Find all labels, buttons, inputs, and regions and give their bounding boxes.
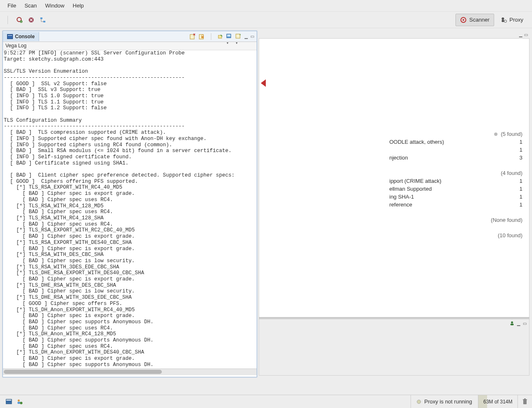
menu-window[interactable]: Window xyxy=(41,1,69,10)
finding-row[interactable]: ellman Supported1 xyxy=(389,185,522,193)
clear-console-icon[interactable] xyxy=(189,33,196,40)
bottom-right-panel: ▁ ▭ xyxy=(259,319,530,376)
perspective-scanner-button[interactable]: Scanner xyxy=(455,14,494,26)
perspective-proxy-label: Proxy xyxy=(510,17,523,23)
main-area: Console ▾ +▾ ▁ ▭ Vega Log 9:52:27 PM [IN… xyxy=(0,28,532,378)
svg-rect-30 xyxy=(17,402,20,404)
proxy-status-text: Proxy is not running xyxy=(424,398,472,405)
open-console-dropdown[interactable]: +▾ xyxy=(235,33,242,40)
svg-point-31 xyxy=(20,402,22,404)
svg-point-29 xyxy=(18,399,20,401)
svg-rect-32 xyxy=(523,400,527,404)
toolbar-separator xyxy=(211,33,211,40)
globe-person-icon xyxy=(500,17,507,23)
status-bar: Proxy is not running 63M of 314M xyxy=(0,395,532,408)
minimize-icon[interactable]: ▁ xyxy=(517,321,520,326)
menu-help[interactable]: Help xyxy=(69,1,88,10)
finding-row[interactable]: 1 xyxy=(389,146,522,154)
console-icon xyxy=(7,34,13,39)
maximize-icon[interactable]: ▭ xyxy=(523,321,527,326)
maximize-icon[interactable]: ▭ xyxy=(250,34,254,39)
console-status-icon[interactable] xyxy=(6,399,12,405)
new-scan-icon[interactable]: + xyxy=(16,17,23,23)
minimize-icon[interactable]: ▁ xyxy=(245,34,248,39)
person-icon[interactable] xyxy=(510,321,515,326)
red-arrow-icon xyxy=(261,79,266,87)
finding-row[interactable]: ing SHA-11 xyxy=(389,193,522,201)
gc-button[interactable] xyxy=(517,395,532,408)
console-log-output[interactable]: 9:52:27 PM [INFO] (scanner) SSL Server C… xyxy=(3,50,257,369)
memory-text: 63M of 314M xyxy=(483,399,512,405)
svg-point-25 xyxy=(511,322,513,324)
svg-rect-6 xyxy=(40,17,42,19)
menu-file[interactable]: File xyxy=(3,1,20,10)
scroll-lock-icon[interactable] xyxy=(198,33,205,40)
menu-scan[interactable]: Scan xyxy=(20,1,41,10)
svg-rect-34 xyxy=(524,398,526,399)
person-status-icon[interactable] xyxy=(17,399,22,405)
scan-info-panel: (5 found) OODLE attack, others)1 1 nject… xyxy=(259,38,530,317)
svg-rect-22 xyxy=(227,34,230,37)
console-tab-label: Console xyxy=(15,34,35,39)
console-header: Console ▾ +▾ ▁ ▭ xyxy=(3,31,257,42)
right-panel: ▁ ▭ (5 found) OODLE attack, others)1 1 n… xyxy=(259,31,530,377)
console-view: Console ▾ +▾ ▁ ▭ Vega Log 9:52:27 PM [IN… xyxy=(2,31,257,377)
proxy-status: Proxy is not running xyxy=(411,395,478,408)
horizontal-scrollbar[interactable] xyxy=(3,369,257,375)
right-panel-controls: ▁ ▭ xyxy=(259,31,530,38)
perspective-proxy-button[interactable]: Proxy xyxy=(496,14,528,26)
svg-text:+: + xyxy=(20,20,22,23)
svg-rect-7 xyxy=(43,21,45,22)
console-toolbar: ▾ +▾ ▁ ▭ xyxy=(189,33,257,40)
menu-bar: File Scan Window Help xyxy=(0,0,532,12)
svg-rect-26 xyxy=(510,324,514,325)
findings-count: (10 found) xyxy=(498,232,522,238)
status-dot-icon xyxy=(417,400,421,404)
svg-rect-19 xyxy=(201,36,204,38)
finding-row[interactable]: reference1 xyxy=(389,201,522,209)
svg-rect-28 xyxy=(6,400,11,401)
pin-console-icon[interactable] xyxy=(217,33,224,40)
toolbar-separator xyxy=(7,16,8,24)
memory-status[interactable]: 63M of 314M xyxy=(478,395,517,408)
proxy-icon[interactable] xyxy=(40,17,46,23)
severity-dot-icon xyxy=(494,133,497,136)
finding-row[interactable]: njection3 xyxy=(389,154,522,162)
maximize-icon[interactable]: ▭ xyxy=(524,32,528,37)
trash-icon xyxy=(522,398,528,405)
vega-log-header: Vega Log xyxy=(3,42,257,50)
svg-text:+: + xyxy=(239,33,241,37)
findings-count: (5 found) xyxy=(501,131,522,137)
findings-count: (4 found) xyxy=(501,170,522,176)
findings-count: (None found) xyxy=(491,217,522,223)
main-toolbar: + Scanner Proxy xyxy=(0,12,532,28)
finding-row[interactable]: ipport (CRIME attack)1 xyxy=(389,177,522,185)
svg-point-14 xyxy=(504,20,507,22)
svg-point-11 xyxy=(463,19,464,21)
console-tab[interactable]: Console xyxy=(3,32,39,41)
display-console-dropdown[interactable]: ▾ xyxy=(226,33,233,40)
stop-scan-icon[interactable] xyxy=(28,17,35,23)
perspective-scanner-label: Scanner xyxy=(469,17,489,23)
svg-rect-13 xyxy=(502,20,504,22)
svg-point-12 xyxy=(502,17,504,20)
minimize-icon[interactable]: ▁ xyxy=(519,32,522,37)
findings-summary: (5 found) OODLE attack, others)1 1 nject… xyxy=(389,130,522,247)
target-icon xyxy=(460,17,467,23)
svg-rect-33 xyxy=(523,399,527,400)
finding-row[interactable]: OODLE attack, others)1 xyxy=(389,138,522,146)
